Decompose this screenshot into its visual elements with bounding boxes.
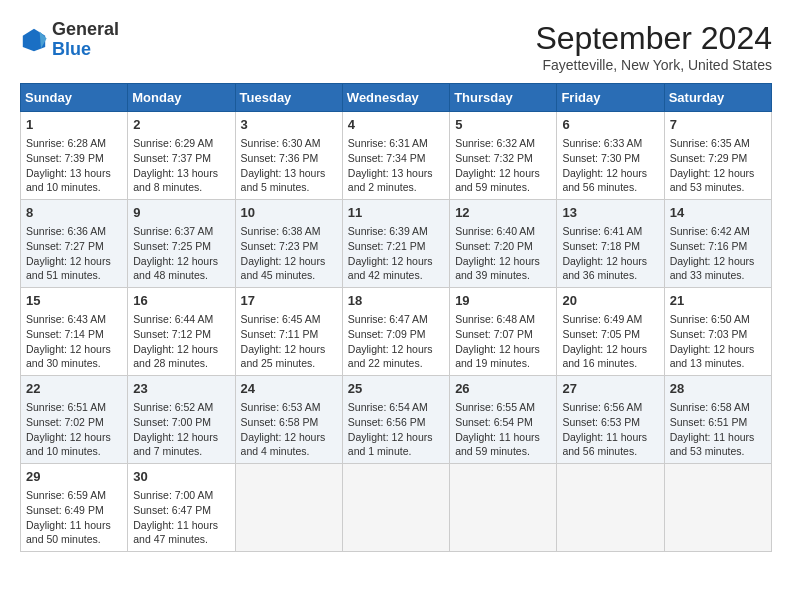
day-number: 22 (26, 380, 122, 398)
table-row: 8Sunrise: 6:36 AMSunset: 7:27 PMDaylight… (21, 200, 128, 288)
table-row: 25Sunrise: 6:54 AMSunset: 6:56 PMDayligh… (342, 376, 449, 464)
daylight-text: Daylight: 12 hours and 7 minutes. (133, 430, 229, 459)
table-row (664, 464, 771, 552)
daylight-text: Daylight: 12 hours and 42 minutes. (348, 254, 444, 283)
daylight-text: Daylight: 12 hours and 56 minutes. (562, 166, 658, 195)
day-number: 15 (26, 292, 122, 310)
logo-icon (20, 26, 48, 54)
sunset-text: Sunset: 7:30 PM (562, 151, 658, 166)
sunrise-text: Sunrise: 6:40 AM (455, 224, 551, 239)
day-number: 4 (348, 116, 444, 134)
sunrise-text: Sunrise: 6:30 AM (241, 136, 337, 151)
sunset-text: Sunset: 6:53 PM (562, 415, 658, 430)
table-row: 27Sunrise: 6:56 AMSunset: 6:53 PMDayligh… (557, 376, 664, 464)
daylight-text: Daylight: 12 hours and 39 minutes. (455, 254, 551, 283)
sunset-text: Sunset: 7:03 PM (670, 327, 766, 342)
sunrise-text: Sunrise: 6:39 AM (348, 224, 444, 239)
table-row: 28Sunrise: 6:58 AMSunset: 6:51 PMDayligh… (664, 376, 771, 464)
table-row: 23Sunrise: 6:52 AMSunset: 7:00 PMDayligh… (128, 376, 235, 464)
sunrise-text: Sunrise: 6:42 AM (670, 224, 766, 239)
sunset-text: Sunset: 6:56 PM (348, 415, 444, 430)
sunset-text: Sunset: 7:00 PM (133, 415, 229, 430)
table-row: 9Sunrise: 6:37 AMSunset: 7:25 PMDaylight… (128, 200, 235, 288)
sunrise-text: Sunrise: 6:36 AM (26, 224, 122, 239)
sunrise-text: Sunrise: 6:51 AM (26, 400, 122, 415)
table-row: 3Sunrise: 6:30 AMSunset: 7:36 PMDaylight… (235, 112, 342, 200)
table-row (235, 464, 342, 552)
table-row (342, 464, 449, 552)
day-number: 18 (348, 292, 444, 310)
title-section: September 2024 Fayetteville, New York, U… (535, 20, 772, 73)
day-number: 27 (562, 380, 658, 398)
sunrise-text: Sunrise: 6:56 AM (562, 400, 658, 415)
table-row: 13Sunrise: 6:41 AMSunset: 7:18 PMDayligh… (557, 200, 664, 288)
sunset-text: Sunset: 7:39 PM (26, 151, 122, 166)
table-row: 6Sunrise: 6:33 AMSunset: 7:30 PMDaylight… (557, 112, 664, 200)
daylight-text: Daylight: 12 hours and 51 minutes. (26, 254, 122, 283)
sunrise-text: Sunrise: 6:38 AM (241, 224, 337, 239)
sunset-text: Sunset: 6:47 PM (133, 503, 229, 518)
page-header: General Blue September 2024 Fayetteville… (20, 20, 772, 73)
sunrise-text: Sunrise: 6:31 AM (348, 136, 444, 151)
col-thursday: Thursday (450, 84, 557, 112)
col-sunday: Sunday (21, 84, 128, 112)
table-row (450, 464, 557, 552)
day-number: 20 (562, 292, 658, 310)
table-row: 4Sunrise: 6:31 AMSunset: 7:34 PMDaylight… (342, 112, 449, 200)
sunrise-text: Sunrise: 7:00 AM (133, 488, 229, 503)
sunset-text: Sunset: 7:34 PM (348, 151, 444, 166)
table-row: 2Sunrise: 6:29 AMSunset: 7:37 PMDaylight… (128, 112, 235, 200)
day-number: 2 (133, 116, 229, 134)
sunrise-text: Sunrise: 6:32 AM (455, 136, 551, 151)
day-number: 23 (133, 380, 229, 398)
sunset-text: Sunset: 7:36 PM (241, 151, 337, 166)
sunset-text: Sunset: 7:12 PM (133, 327, 229, 342)
calendar-week-row: 22Sunrise: 6:51 AMSunset: 7:02 PMDayligh… (21, 376, 772, 464)
table-row: 18Sunrise: 6:47 AMSunset: 7:09 PMDayligh… (342, 288, 449, 376)
sunset-text: Sunset: 7:07 PM (455, 327, 551, 342)
daylight-text: Daylight: 12 hours and 45 minutes. (241, 254, 337, 283)
table-row: 26Sunrise: 6:55 AMSunset: 6:54 PMDayligh… (450, 376, 557, 464)
day-number: 10 (241, 204, 337, 222)
logo-text-line2: Blue (52, 40, 119, 60)
day-number: 28 (670, 380, 766, 398)
table-row: 21Sunrise: 6:50 AMSunset: 7:03 PMDayligh… (664, 288, 771, 376)
sunrise-text: Sunrise: 6:47 AM (348, 312, 444, 327)
day-number: 19 (455, 292, 551, 310)
daylight-text: Daylight: 12 hours and 28 minutes. (133, 342, 229, 371)
daylight-text: Daylight: 12 hours and 10 minutes. (26, 430, 122, 459)
day-number: 29 (26, 468, 122, 486)
daylight-text: Daylight: 12 hours and 19 minutes. (455, 342, 551, 371)
logo-text-line1: General (52, 20, 119, 40)
day-number: 9 (133, 204, 229, 222)
sunrise-text: Sunrise: 6:52 AM (133, 400, 229, 415)
day-number: 26 (455, 380, 551, 398)
day-number: 16 (133, 292, 229, 310)
sunrise-text: Sunrise: 6:28 AM (26, 136, 122, 151)
day-number: 30 (133, 468, 229, 486)
sunset-text: Sunset: 6:51 PM (670, 415, 766, 430)
sunset-text: Sunset: 6:54 PM (455, 415, 551, 430)
sunrise-text: Sunrise: 6:35 AM (670, 136, 766, 151)
calendar-table: Sunday Monday Tuesday Wednesday Thursday… (20, 83, 772, 552)
table-row: 22Sunrise: 6:51 AMSunset: 7:02 PMDayligh… (21, 376, 128, 464)
sunrise-text: Sunrise: 6:50 AM (670, 312, 766, 327)
daylight-text: Daylight: 12 hours and 36 minutes. (562, 254, 658, 283)
calendar-week-row: 1Sunrise: 6:28 AMSunset: 7:39 PMDaylight… (21, 112, 772, 200)
table-row (557, 464, 664, 552)
sunrise-text: Sunrise: 6:53 AM (241, 400, 337, 415)
sunset-text: Sunset: 7:02 PM (26, 415, 122, 430)
col-tuesday: Tuesday (235, 84, 342, 112)
daylight-text: Daylight: 13 hours and 5 minutes. (241, 166, 337, 195)
col-wednesday: Wednesday (342, 84, 449, 112)
daylight-text: Daylight: 12 hours and 53 minutes. (670, 166, 766, 195)
sunset-text: Sunset: 7:23 PM (241, 239, 337, 254)
table-row: 29Sunrise: 6:59 AMSunset: 6:49 PMDayligh… (21, 464, 128, 552)
col-saturday: Saturday (664, 84, 771, 112)
logo: General Blue (20, 20, 119, 60)
table-row: 12Sunrise: 6:40 AMSunset: 7:20 PMDayligh… (450, 200, 557, 288)
sunset-text: Sunset: 7:05 PM (562, 327, 658, 342)
sunset-text: Sunset: 7:20 PM (455, 239, 551, 254)
daylight-text: Daylight: 12 hours and 30 minutes. (26, 342, 122, 371)
day-number: 3 (241, 116, 337, 134)
